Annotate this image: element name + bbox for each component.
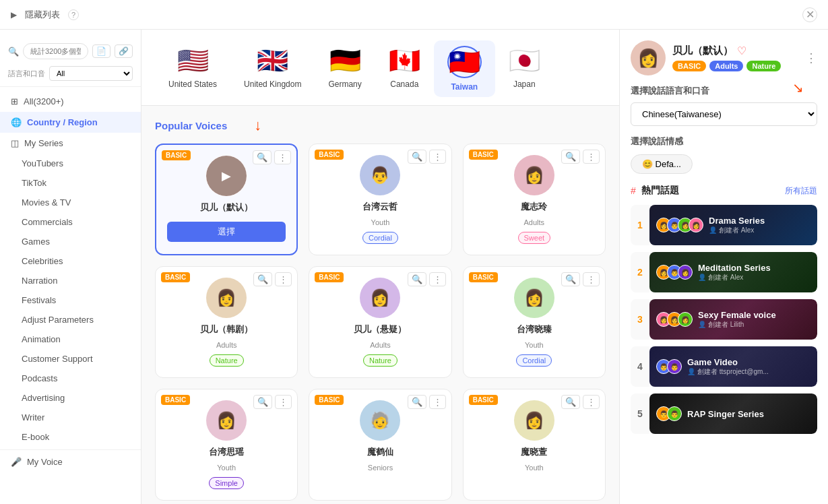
sidebar-item-writer[interactable]: Writer xyxy=(0,408,141,427)
series-card-1[interactable]: 1 👩 👨 👩 👩 Drama Series 👤創建者 Alex xyxy=(631,205,817,245)
emotion-default-btn[interactable]: 😊 Defa... xyxy=(631,154,693,174)
search-voice-icon-9[interactable]: 🔍 xyxy=(561,395,580,409)
play-icon-1[interactable]: ▶ xyxy=(206,156,247,196)
series-card-5[interactable]: 5 👨 👨 RAP Singer Series xyxy=(631,393,817,434)
series-title-2: Meditation Series xyxy=(698,263,771,273)
region-tab-uk[interactable]: 🇬🇧 United Kingdom xyxy=(230,40,315,97)
popular-title: Popular Voices xyxy=(155,120,227,131)
select-button-1[interactable]: 選擇 xyxy=(167,222,286,242)
series-bg-2: 👩 👨 👩 Meditation Series 👤創建者 Alex xyxy=(649,252,817,292)
voice-type-5: Adults xyxy=(370,341,391,349)
sidebar-item-podcasts[interactable]: Podcasts xyxy=(0,369,141,388)
region-tab-ca[interactable]: 🇨🇦 Canada xyxy=(375,40,434,97)
tag-nature-right: Nature xyxy=(746,61,781,71)
sidebar-item-narration[interactable]: Narration xyxy=(0,271,141,290)
sidebar-item-games[interactable]: Games xyxy=(0,232,141,251)
lang-select[interactable]: All xyxy=(49,66,133,81)
voice-card-8[interactable]: BASIC 🔍 ⋮ 🧓 魔鹤仙 Seniors xyxy=(309,389,451,501)
voice-card-7[interactable]: BASIC 🔍 ⋮ 👩 台湾思瑶 Youth Simple xyxy=(155,389,298,501)
voice-card-3[interactable]: BASIC 🔍 ⋮ 👩 魔志玲 Adults Sweet xyxy=(463,144,606,255)
series-num-3: 3 xyxy=(631,299,649,340)
heart-icon[interactable]: ♡ xyxy=(737,44,746,57)
sidebar-item-adjust[interactable]: Adjust Parameters xyxy=(0,310,141,329)
main-layout: 🔍 📄 🔗 語言和口音 All ⊞ All(3200+) 🌐 Country /… xyxy=(0,30,828,504)
sidebar-item-country[interactable]: 🌐 Country / Region xyxy=(0,112,141,133)
series-bg-3: 👩 👩 👩 Sexy Female voice 👤創建者 Lilith xyxy=(649,299,817,340)
search-voice-icon[interactable]: 🔍 xyxy=(253,150,272,164)
sidebar-item-celebrities[interactable]: Celebrities xyxy=(0,251,141,271)
search-input[interactable] xyxy=(23,43,88,59)
search-voice-icon-5[interactable]: 🔍 xyxy=(408,272,426,286)
voice-card-5[interactable]: BASIC 🔍 ⋮ 👩 贝儿（悬疑） Adults Nature xyxy=(309,266,451,378)
top-bar-title: 隱藏列表 xyxy=(25,9,60,21)
avatar-4: 👩 xyxy=(206,278,247,318)
region-tab-tw[interactable]: 🇹🇼 Taiwan xyxy=(434,40,495,97)
more-options-icon-3[interactable]: ⋮ xyxy=(583,150,600,164)
series-card-3[interactable]: 3 👩 👩 👩 Sexy Female voice 👤創建者 Lilith xyxy=(631,299,817,340)
region-tab-us[interactable]: 🇺🇸 United States xyxy=(155,40,230,97)
card-3-actions: 🔍 ⋮ xyxy=(561,150,600,164)
avatar-2: 👨 xyxy=(360,155,400,195)
sidebar-item-support[interactable]: Customer Support xyxy=(0,349,141,369)
search-voice-icon-2[interactable]: 🔍 xyxy=(408,150,426,164)
search-voice-icon-7[interactable]: 🔍 xyxy=(253,395,272,409)
series-title-1: Drama Series xyxy=(709,216,765,226)
sidebar-item-advertising[interactable]: Advertising xyxy=(0,388,141,408)
search-voice-icon-8[interactable]: 🔍 xyxy=(408,395,426,409)
region-tab-de[interactable]: 🇩🇪 Germany xyxy=(315,40,375,97)
lang-dropdown[interactable]: Chinese(Taiwanese) Chinese(Mandarin) Eng… xyxy=(631,102,817,126)
sidebar-item-animation[interactable]: Animation xyxy=(0,329,141,349)
voice-card-9[interactable]: BASIC 🔍 ⋮ 👩 魔晓萱 Youth xyxy=(463,389,606,501)
uk-name: United Kingdom xyxy=(244,80,301,89)
more-options-icon-6[interactable]: ⋮ xyxy=(583,272,600,286)
more-options-icon[interactable]: ⋮ xyxy=(274,150,291,164)
badge-8: BASIC xyxy=(315,395,344,405)
link-icon[interactable]: 🔗 xyxy=(115,44,133,58)
sidebar-item-tiktok[interactable]: TikTok xyxy=(0,173,141,193)
search-voice-icon-3[interactable]: 🔍 xyxy=(561,150,580,164)
avatar-8: 🧓 xyxy=(360,400,400,441)
close-button[interactable]: ✕ xyxy=(802,7,817,22)
voice-card-6[interactable]: BASIC 🔍 ⋮ 👩 台湾晓臻 Youth Cordial xyxy=(463,266,606,378)
sidebar-item-my-series[interactable]: ◫ My Series xyxy=(0,133,141,154)
more-options-icon-2[interactable]: ⋮ xyxy=(429,150,446,164)
voice-name-3: 魔志玲 xyxy=(521,201,547,213)
series-bg-4: 👨 👨 Game Video 👤創建者 ttsproject@gm... xyxy=(649,346,817,387)
sidebar-myseries-label: My Series xyxy=(24,138,63,148)
search-voice-icon-4[interactable]: 🔍 xyxy=(253,272,272,286)
voice-card-1[interactable]: BASIC 🔍 ⋮ ▶ 贝儿（默认） 選擇 xyxy=(155,144,298,255)
series-card-4[interactable]: 4 👨 👨 Game Video 👤創建者 ttsproject@gm... xyxy=(631,346,817,387)
voice-tag-3: Sweet xyxy=(518,232,551,244)
series-bg-1: 👩 👨 👩 👩 Drama Series 👤創建者 Alex xyxy=(649,205,817,245)
avatar-7: 👩 xyxy=(206,400,247,441)
more-options-icon-7[interactable]: ⋮ xyxy=(275,395,292,409)
more-options-icon-8[interactable]: ⋮ xyxy=(429,395,446,409)
voice-tag-2: Cordial xyxy=(362,232,398,244)
more-options-icon-9[interactable]: ⋮ xyxy=(583,395,600,409)
avatar-1: ▶ xyxy=(206,156,247,196)
voice-grid: BASIC 🔍 ⋮ ▶ 贝儿（默认） 選擇 BASIC 🔍 xyxy=(155,144,606,501)
sidebar-item-commercials[interactable]: Commercials xyxy=(0,212,141,232)
more-options-icon-5[interactable]: ⋮ xyxy=(429,272,446,286)
import-icon[interactable]: 📄 xyxy=(92,44,110,58)
voice-type-9: Youth xyxy=(525,464,544,472)
card-1-actions: 🔍 ⋮ xyxy=(253,150,291,164)
region-tab-jp[interactable]: 🇯🇵 Japan xyxy=(495,40,554,97)
more-options-right[interactable]: ⋮ xyxy=(805,51,817,65)
sidebar-item-festivals[interactable]: Festivals xyxy=(0,290,141,310)
popular-voices-section: Popular Voices ↓ BASIC 🔍 ⋮ ▶ 贝儿（默认） xyxy=(141,106,619,504)
more-options-icon-4[interactable]: ⋮ xyxy=(275,272,292,286)
topics-title: 熱門話題 xyxy=(641,185,679,197)
search-voice-icon-6[interactable]: 🔍 xyxy=(561,272,580,286)
help-icon[interactable]: ? xyxy=(68,9,79,20)
sidebar-item-movies[interactable]: Movies & TV xyxy=(0,193,141,212)
sidebar-item-youtubers[interactable]: YouTubers xyxy=(0,154,141,173)
emotion-label: 選擇說話情感 xyxy=(631,135,817,148)
voice-card-4[interactable]: BASIC 🔍 ⋮ 👩 贝儿（韩剧） Adults Nature xyxy=(155,266,298,378)
sidebar-item-ebook[interactable]: E-book xyxy=(0,427,141,447)
voice-card-2[interactable]: BASIC 🔍 ⋮ 👨 台湾云哲 Youth Cordial xyxy=(309,144,451,255)
sidebar-item-all[interactable]: ⊞ All(3200+) xyxy=(0,91,141,112)
series-card-2[interactable]: 2 👩 👨 👩 Meditation Series 👤創建者 Alex xyxy=(631,252,817,292)
sidebar-item-myvoice[interactable]: 🎤 My Voice xyxy=(0,449,141,472)
topics-all-link[interactable]: 所有話題 xyxy=(785,185,817,197)
